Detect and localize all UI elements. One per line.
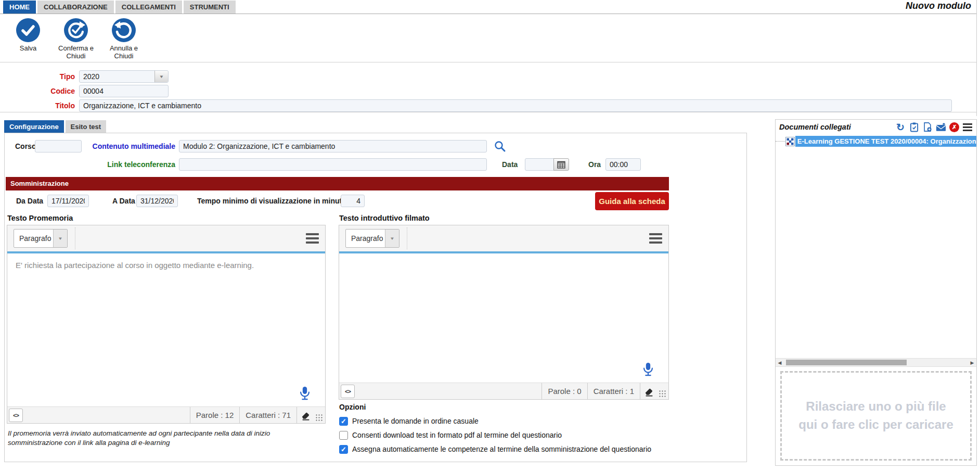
tempo-minimo-field[interactable] — [341, 195, 365, 207]
save-button-label: Salva — [20, 45, 37, 53]
refresh-icon[interactable] — [895, 122, 906, 132]
tab-configurazione[interactable]: Configurazione — [4, 120, 64, 134]
horizontal-scrollbar[interactable] — [776, 358, 976, 367]
a-data-label: A Data — [112, 197, 135, 205]
promemoria-editor-statusbar: Parole : 12 Caratteri : 71 — [7, 406, 325, 423]
linked-document-item[interactable]: E-Learning GESTIONE TEST 2020/00004: Org… — [776, 136, 976, 147]
promemoria-note: Il promemoria verrà inviato automaticame… — [8, 429, 299, 448]
menu-tab-home[interactable]: HOME — [3, 1, 36, 14]
da-data-field[interactable] — [47, 195, 89, 207]
tipo-select[interactable]: 2020 — [79, 70, 169, 83]
ora-label: Ora — [588, 160, 601, 169]
contenuto-multimediale-field[interactable] — [179, 140, 487, 152]
linked-document-label[interactable]: E-Learning GESTIONE TEST 2020/00004: Org… — [795, 136, 976, 147]
document-actions — [895, 122, 973, 132]
scrollbar-thumb[interactable] — [786, 360, 907, 365]
resize-grip[interactable] — [315, 414, 323, 422]
a-data-label-wrap: A Data — [112, 194, 135, 208]
promemoria-editor-content[interactable]: E' richiesta la partecipazione al corso … — [7, 253, 325, 406]
option-assegna-competenze[interactable]: Assegna automaticamente le competenze al… — [339, 444, 651, 454]
data-field[interactable] — [525, 158, 554, 171]
corso-row: Corso — [15, 139, 36, 153]
intro-editor-content[interactable] — [339, 253, 668, 383]
paragraph-style-select[interactable]: Paragrafo — [14, 229, 68, 248]
paragraph-style-select[interactable]: Paragrafo — [345, 229, 399, 248]
promemoria-editor-toolbar: Paragrafo — [7, 225, 325, 253]
link-teleconferenza-label: Link teleconferenza — [107, 160, 175, 169]
editor-menu-icon[interactable] — [306, 233, 319, 244]
option-download-pdf[interactable]: Consenti download test in formato pdf al… — [339, 430, 562, 440]
add-document-icon[interactable] — [922, 122, 933, 132]
confirm-close-button-label: Conferma e Chiudi — [52, 45, 100, 60]
microphone-icon[interactable] — [298, 386, 312, 402]
promemoria-text: E' richiesta la partecipazione al corso … — [16, 261, 254, 270]
documenti-collegati-panel: Documenti collegati E-Learning GESTIONE … — [775, 119, 977, 466]
intro-editor-toolbar: Paragrafo — [339, 225, 668, 253]
titolo-field[interactable] — [79, 99, 952, 112]
eraser-icon[interactable] — [640, 383, 658, 399]
document-tree-body[interactable] — [776, 147, 976, 358]
save-button[interactable]: Salva — [4, 17, 52, 59]
codice-field[interactable] — [79, 85, 169, 97]
titolo-row: Titolo — [0, 99, 976, 112]
checkbox-icon[interactable] — [339, 417, 348, 426]
source-code-icon[interactable] — [9, 409, 23, 422]
tab-esito-test[interactable]: Esito test — [66, 120, 107, 134]
top-region: HOME COLLABORAZIONE COLLEGAMENTI STRUMEN… — [0, 0, 977, 116]
menu-tab-strumenti[interactable]: STRUMENTI — [184, 1, 236, 14]
option-label: Consenti download test in formato pdf al… — [352, 431, 562, 439]
clipboard-icon[interactable] — [909, 122, 919, 132]
search-icon[interactable] — [494, 140, 506, 152]
word-count: Parole : 12 — [190, 407, 240, 423]
paragraph-style-value: Paragrafo — [351, 234, 383, 243]
eraser-icon[interactable] — [296, 407, 315, 423]
char-count: Caratteri : 71 — [239, 407, 296, 423]
intro-editor-statusbar: Parole : 0 Caratteri : 1 — [339, 383, 668, 399]
save-check-icon — [16, 18, 40, 42]
testo-introduttivo-title: Testo introduttivo filmato — [339, 214, 430, 222]
delete-icon[interactable] — [949, 122, 959, 132]
editor-menu-icon[interactable] — [649, 233, 662, 244]
tree-connector — [776, 141, 785, 142]
resize-grip[interactable] — [659, 390, 666, 398]
word-count: Parole : 0 — [541, 383, 587, 399]
send-mail-icon[interactable] — [936, 122, 946, 132]
link-label-wrap: Link teleconferenza — [92, 158, 175, 171]
chevron-down-icon[interactable] — [154, 71, 168, 82]
file-dropzone[interactable]: Rilasciare uno o più file qui o fare cli… — [780, 371, 972, 461]
scroll-left-icon[interactable] — [776, 360, 784, 365]
tipo-label: Tipo — [0, 72, 79, 81]
source-code-icon[interactable] — [341, 385, 355, 398]
confirm-close-button[interactable]: Conferma e Chiudi — [52, 17, 100, 59]
option-label: Presenta le domande in ordine casuale — [352, 417, 479, 425]
toolbar: Salva Conferma e Chiudi Annulla e Chiudi — [0, 15, 976, 62]
ora-label-wrap: Ora — [588, 158, 601, 171]
contenuto-multimediale-label: Contenuto multimediale — [93, 142, 175, 150]
link-teleconferenza-field[interactable] — [179, 158, 487, 171]
corso-label: Corso — [15, 142, 36, 150]
microphone-icon[interactable] — [641, 362, 655, 378]
menu-tab-collegamenti[interactable]: COLLEGAMENTI — [115, 1, 182, 14]
option-label: Assegna automaticamente le competenze al… — [352, 445, 651, 453]
chevron-down-icon — [53, 230, 67, 247]
panel-menu-icon[interactable] — [962, 122, 973, 132]
checkbox-icon[interactable] — [339, 431, 348, 440]
checkbox-icon[interactable] — [339, 445, 348, 454]
option-ordine-casuale[interactable]: Presenta le domande in ordine casuale — [339, 416, 479, 426]
tempo-minimo-label: Tempo minimo di visualizzazione in minut… — [197, 197, 344, 205]
calendar-icon[interactable] — [553, 158, 569, 171]
scroll-right-icon[interactable] — [968, 360, 976, 365]
testo-promemoria-title: Testo Promemoria — [7, 214, 73, 222]
undo-close-icon — [112, 18, 136, 42]
ora-field[interactable] — [605, 158, 641, 171]
tipo-value: 2020 — [83, 72, 99, 81]
corso-field[interactable] — [35, 140, 82, 152]
contenuto-label-wrap: Contenuto multimediale — [92, 139, 175, 153]
cancel-close-button[interactable]: Annulla e Chiudi — [100, 17, 148, 59]
configuration-panel: Corso Contenuto multimediale Link teleco… — [4, 133, 747, 462]
a-data-field[interactable] — [136, 195, 178, 207]
menu-tab-collaborazione[interactable]: COLLABORAZIONE — [37, 1, 114, 14]
document-type-icon — [785, 136, 795, 147]
chevron-down-icon — [385, 230, 399, 247]
guida-alla-scheda-button[interactable]: Guida alla scheda — [595, 192, 669, 210]
